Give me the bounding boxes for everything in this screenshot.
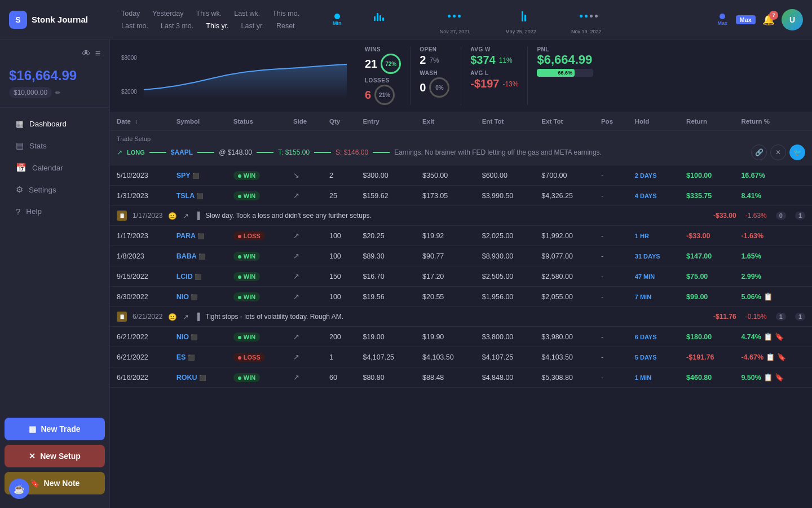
losses-pct: 21% (379, 92, 390, 98)
notification-button[interactable]: 🔔 7 (762, 14, 775, 26)
filter-last-yr[interactable]: Last yr. (239, 21, 266, 31)
new-setup-button[interactable]: ✕ New Setup (5, 445, 105, 467)
sidebar-item-settings[interactable]: ⚙ Settings (5, 179, 105, 200)
table-row[interactable]: 6/16/2022 ROKU ⬛ WIN ↗ 60 $80.80 $88.48 … (110, 367, 812, 388)
timeline-date-1: Nov 27, 2021 (440, 29, 470, 34)
user-avatar[interactable]: U (782, 9, 803, 30)
cell-ext-tot: $700.00 (535, 165, 594, 186)
cell-return: $147.00 (679, 246, 734, 266)
timeline-dots-2 (580, 15, 598, 17)
cell-side: ↗ (286, 186, 323, 206)
setup-actions: 🔗 ✕ 🐦 (751, 144, 805, 160)
edit-icon[interactable]: ✏ (55, 89, 60, 97)
table-row[interactable]: 📋 6/21/2022 😐 ↗ ▐ Tight stops - lots of … (110, 307, 812, 327)
cell-symbol[interactable]: SPY ⬛ (170, 165, 227, 186)
day-note-date: 1/17/2023 (133, 212, 162, 220)
cell-status: WIN (227, 266, 286, 287)
cell-exit: $4,103.50 (416, 347, 475, 367)
bar-icon: ▐ (195, 313, 200, 321)
day-note-icon: 📋 (117, 211, 127, 221)
filter-this-wk[interactable]: This wk. (194, 8, 224, 19)
timeline-dots-1 (448, 15, 461, 17)
eye-icon[interactable]: 👁 (82, 49, 91, 59)
cell-qty: 150 (323, 266, 356, 287)
min-label: Min (333, 20, 342, 26)
table-row[interactable]: 📋 1/17/2023 😐 ↗ ▐ Slow day. Took a loss … (110, 206, 812, 226)
table-row[interactable]: 6/21/2022 ES ⬛ LOSS ↗ 1 $4,107.25 $4,103… (110, 347, 812, 367)
cell-symbol[interactable]: PARA ⬛ (170, 226, 227, 246)
pnl-bar-fill: 66.6% (537, 69, 575, 77)
symbol-link-icon: ⬛ (197, 233, 204, 239)
table-row[interactable]: 9/15/2022 LCID ⬛ WIN ↗ 150 $16.70 $17.20… (110, 266, 812, 287)
losses-pct-badge: 21% (374, 85, 395, 105)
cell-ext-tot: $2,055.00 (535, 287, 594, 307)
table-row[interactable]: 1/17/2023 PARA ⬛ LOSS ↗ 100 $20.25 $19.9… (110, 226, 812, 246)
sidebar-item-dashboard[interactable]: ▦ Dashboard (5, 113, 105, 134)
copy-icon[interactable]: 📋 (766, 353, 775, 361)
filter-this-mo[interactable]: This mo. (270, 8, 302, 19)
cell-symbol[interactable]: TSLA ⬛ (170, 186, 227, 206)
time-filter-row-1: Today Yesterday This wk. Last wk. This m… (119, 8, 325, 19)
cell-symbol[interactable]: BABA ⬛ (170, 246, 227, 266)
bookmark-icon[interactable]: 🔖 (777, 353, 786, 361)
bookmark-icon[interactable]: 🔖 (775, 332, 784, 341)
filter-last-mo[interactable]: Last mo. (119, 21, 151, 31)
losses-value: 6 (365, 89, 371, 102)
filter-today[interactable]: Today (119, 8, 142, 19)
wins-pct: 72% (385, 61, 396, 67)
setup-twitter-btn[interactable]: 🐦 (789, 144, 805, 160)
setup-link-btn[interactable]: 🔗 (751, 144, 767, 160)
sidebar-item-stats[interactable]: ▤ Stats (5, 135, 105, 156)
copy-icon[interactable]: 📋 (764, 332, 773, 341)
new-trade-button[interactable]: ▦ New Trade (5, 418, 105, 440)
copy-icon[interactable]: 📋 (764, 373, 773, 382)
day-note-pnl: -$11.76 (713, 313, 736, 321)
cell-symbol[interactable]: NIO ⬛ (170, 327, 227, 347)
symbol-link-icon: ⬛ (188, 354, 195, 361)
table-row[interactable]: 1/31/2023 TSLA ⬛ WIN ↗ 25 $159.62 $173.0… (110, 186, 812, 206)
cell-ent-tot: $600.00 (475, 165, 535, 186)
account-value[interactable]: $10,000.00 (9, 87, 52, 98)
cell-return-pct: -4.67%📋🔖 (734, 347, 812, 367)
copy-icon[interactable]: 📋 (764, 292, 773, 301)
setup-close-btn[interactable]: ✕ (770, 144, 786, 160)
trades-table-container[interactable]: Date ↕ Symbol Status Side Qty Entry Exit… (110, 112, 812, 508)
day-note-pct: -1.63% (745, 212, 767, 220)
coffee-button[interactable]: ☕ (9, 479, 29, 499)
filter-reset[interactable]: Reset (274, 21, 297, 31)
sidebar-item-help[interactable]: ? Help (5, 201, 105, 222)
filter-last-3-mo[interactable]: Last 3 mo. (158, 21, 196, 31)
nav-label-stats: Stats (29, 142, 47, 150)
filter-yesterday[interactable]: Yesterday (150, 8, 186, 19)
cell-symbol[interactable]: LCID ⬛ (170, 266, 227, 287)
cell-pos: - (594, 226, 628, 246)
status-badge: WIN (233, 292, 260, 301)
cell-hold: 7 MIN (628, 287, 679, 307)
cell-ext-tot: $2,580.00 (535, 266, 594, 287)
setup-ticker: $AAPL (171, 148, 193, 156)
day-note-pnl: -$33.00 (713, 212, 736, 220)
open-pct: 7% (429, 56, 439, 64)
nav-items: ▦ Dashboard ▤ Stats 📅 Calendar ⚙ Setting… (0, 112, 109, 222)
cell-symbol[interactable]: ES ⬛ (170, 347, 227, 367)
coffee-icon: ☕ (14, 484, 25, 494)
cell-entry: $4,107.25 (356, 347, 416, 367)
table-row[interactable]: 6/21/2022 NIO ⬛ WIN ↗ 200 $19.00 $19.90 … (110, 327, 812, 347)
cell-symbol[interactable]: ROKU ⬛ (170, 367, 227, 388)
cell-symbol[interactable]: NIO ⬛ (170, 287, 227, 307)
setup-content: ↗ LONG $AAPL @ $148.00 T: $155.00 S: $14… (117, 144, 805, 160)
table-row[interactable]: 5/10/2023 SPY ⬛ WIN ↘ 2 $300.00 $350.00 … (110, 165, 812, 186)
col-qty: Qty (323, 112, 356, 131)
status-dot (238, 336, 241, 339)
bookmark-icon[interactable]: 🔖 (775, 373, 784, 382)
sliders-icon[interactable]: ≡ (95, 49, 100, 59)
filter-last-wk[interactable]: Last wk. (232, 8, 262, 19)
table-row[interactable]: 8/30/2022 NIO ⬛ WIN ↗ 100 $19.56 $20.55 … (110, 287, 812, 307)
cell-pos: - (594, 347, 628, 367)
table-row[interactable]: 1/8/2023 BABA ⬛ WIN ↗ 100 $89.30 $90.77 … (110, 246, 812, 266)
cell-return: -$191.76 (679, 347, 734, 367)
sidebar-item-calendar[interactable]: 📅 Calendar (5, 157, 105, 178)
filter-this-yr[interactable]: This yr. (204, 21, 231, 31)
cell-hold: 6 DAYS (628, 327, 679, 347)
symbol-link-icon: ⬛ (198, 253, 205, 260)
